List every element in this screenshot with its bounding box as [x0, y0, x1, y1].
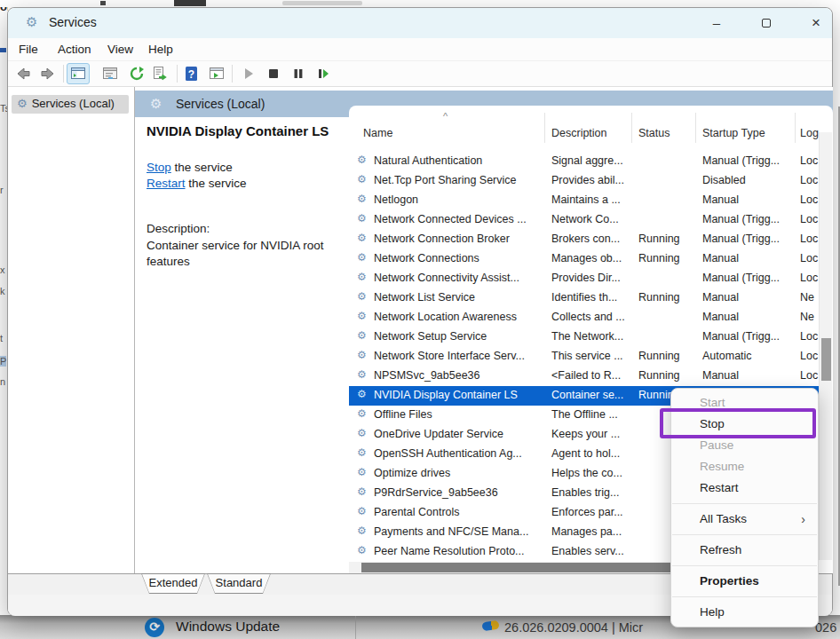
- service-gear-icon: ⚙: [357, 154, 367, 166]
- table-row[interactable]: ⚙Net.Tcp Port Sharing ServiceProvides ab…: [349, 171, 819, 191]
- cell-name: Network Setup Service: [374, 330, 543, 343]
- menu-bar: File Action View Help: [8, 38, 832, 61]
- vertical-scrollbar[interactable]: [819, 132, 832, 560]
- table-row[interactable]: ⚙NPSMSvc_9ab5ee36<Failed to R...RunningM…: [349, 367, 819, 386]
- background-text-fragment: n: [0, 376, 5, 387]
- context-menu-item-label: Start: [700, 396, 725, 409]
- cell-name: Offline Files: [374, 408, 543, 421]
- windows-update-label[interactable]: Windows Update: [176, 619, 280, 635]
- service-gear-icon: ⚙: [357, 446, 367, 459]
- sidebar-item-services-local[interactable]: ⚙Services (Local): [12, 95, 129, 114]
- background-text-fragment: x: [0, 264, 5, 275]
- context-menu-item-all-tasks[interactable]: All Tasks›: [671, 509, 818, 530]
- stop-service-icon[interactable]: [262, 63, 285, 84]
- minimize-button[interactable]: –: [699, 10, 734, 36]
- restart-service-link[interactable]: Restart: [147, 177, 186, 190]
- table-row[interactable]: ⚙Network Store Interface Serv...This ser…: [349, 347, 819, 367]
- toolbar: ?: [8, 61, 832, 87]
- selected-service-name: NVIDIA Display Container LS: [147, 123, 329, 138]
- restart-service-icon[interactable]: [312, 63, 335, 84]
- stop-service-link[interactable]: Stop: [147, 161, 171, 174]
- stop-service-suffix: the service: [171, 161, 233, 174]
- export-list-icon[interactable]: [148, 63, 171, 84]
- sort-ascending-icon: ^: [443, 111, 448, 122]
- tab-standard[interactable]: Standard: [207, 573, 271, 594]
- cell-status: Running: [638, 350, 693, 362]
- column-header-description[interactable]: Description: [551, 127, 607, 143]
- submenu-arrow-icon: ›: [801, 509, 805, 530]
- cell-name: OneDrive Updater Service: [374, 428, 543, 440]
- context-menu-item-help[interactable]: Help: [671, 602, 818, 623]
- service-gear-icon: ⚙: [357, 525, 367, 537]
- back-icon[interactable]: [12, 63, 35, 84]
- stop-service-line: Stop the service: [147, 160, 247, 176]
- restart-service-suffix: the service: [186, 177, 247, 190]
- description-text: Container service for NVIDIA root featur…: [147, 238, 346, 270]
- table-row[interactable]: ⚙Network Connectivity Assist...Provides …: [349, 269, 819, 288]
- column-header-status[interactable]: Status: [638, 127, 670, 143]
- table-row[interactable]: ⚙Network Location AwarenessCollects and …: [349, 308, 819, 327]
- refresh-icon[interactable]: [125, 63, 148, 84]
- cell-desc: Agent to hol...: [551, 447, 630, 460]
- cell-desc: Network Co...: [551, 213, 630, 225]
- menu-action[interactable]: Action: [52, 38, 97, 61]
- cell-desc: Maintains a ...: [551, 193, 630, 206]
- table-row[interactable]: ⚙Natural AuthenticationSignal aggre...Ma…: [349, 152, 819, 171]
- start-service-icon[interactable]: [237, 63, 260, 84]
- pause-service-icon[interactable]: [287, 63, 310, 84]
- windows-update-icon: ⟳: [145, 618, 164, 637]
- forward-icon[interactable]: [36, 63, 59, 84]
- cell-log: Loc: [800, 174, 819, 186]
- context-menu-item-label: Properties: [700, 574, 759, 588]
- menu-help[interactable]: Help: [143, 38, 178, 61]
- table-row[interactable]: ⚙NetlogonMaintains a ...ManualLoc: [349, 191, 819, 210]
- context-menu-item-restart[interactable]: Restart: [671, 477, 818, 499]
- context-menu-item-label: Help: [700, 605, 725, 619]
- cell-name: Network Connections: [374, 252, 543, 264]
- cell-desc: Container se...: [551, 389, 630, 401]
- service-gear-icon: ⚙: [357, 466, 367, 478]
- table-row[interactable]: ⚙Network List ServiceIdentifies th...Run…: [349, 288, 819, 308]
- menu-file[interactable]: File: [13, 38, 44, 61]
- background-accent-fragment: [0, 48, 6, 52]
- show-action-pane-icon[interactable]: [205, 63, 228, 84]
- table-row[interactable]: ⚙Network Connection BrokerBrokers con...…: [349, 230, 819, 249]
- column-divider: [795, 113, 796, 143]
- vertical-scrollbar-thumb[interactable]: [821, 338, 831, 381]
- table-row[interactable]: ⚙Network Connected Devices ...Network Co…: [349, 210, 819, 230]
- service-gear-icon: ⚙: [357, 193, 367, 205]
- show-console-tree-icon[interactable]: [67, 63, 90, 84]
- menu-view[interactable]: View: [102, 38, 139, 61]
- context-menu-item-properties[interactable]: Properties: [671, 571, 818, 592]
- table-row[interactable]: ⚙Network ConnectionsManages ob...Running…: [349, 249, 819, 269]
- toolbar-separator: [63, 65, 64, 83]
- properties-window-icon[interactable]: [99, 63, 122, 84]
- context-menu-item-label: Refresh: [700, 543, 741, 556]
- cell-name: Net.Tcp Port Sharing Service: [374, 174, 543, 186]
- context-menu-item-label: Restart: [700, 481, 739, 494]
- background-text-fragment: k: [0, 286, 5, 296]
- tab-extended[interactable]: Extended: [141, 573, 205, 594]
- service-gear-icon: ⚙: [357, 485, 367, 498]
- cell-name: NPSMSvc_9ab5ee36: [374, 369, 543, 382]
- help-icon[interactable]: ?: [180, 63, 203, 84]
- column-header-startup-type[interactable]: Startup Type: [702, 127, 765, 143]
- service-gear-icon: ⚙: [357, 349, 367, 361]
- column-header-log-on-as[interactable]: Log: [800, 127, 819, 143]
- table-row[interactable]: ⚙Network Setup ServiceThe Network...Manu…: [349, 327, 819, 347]
- maximize-button[interactable]: [749, 10, 784, 36]
- cell-desc: This service ...: [551, 350, 630, 362]
- cell-desc: Keeps your ...: [551, 428, 630, 440]
- cell-startup: Manual (Trigg...: [702, 330, 793, 343]
- cell-log: Loc: [800, 154, 819, 167]
- column-header-name[interactable]: Name: [363, 127, 392, 143]
- service-gear-icon: ⚙: [357, 232, 367, 244]
- context-menu-item-refresh[interactable]: Refresh: [671, 540, 818, 561]
- cell-startup: Manual (Trigg...: [702, 272, 793, 284]
- services-app-icon: ⚙: [26, 14, 37, 30]
- close-button[interactable]: ×: [798, 10, 834, 36]
- toolbar-separator: [232, 65, 233, 83]
- context-menu-item-resume: Resume: [671, 456, 818, 477]
- cell-desc: Enables trig...: [551, 486, 630, 499]
- version-text: 26.026.0209.0004 | Micr: [504, 620, 643, 635]
